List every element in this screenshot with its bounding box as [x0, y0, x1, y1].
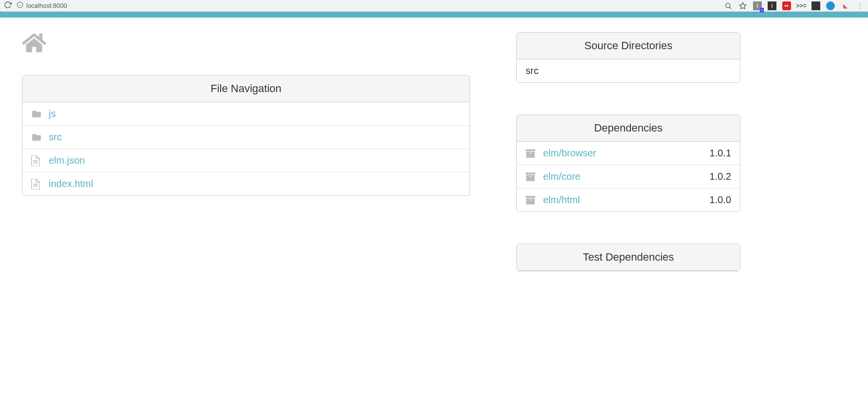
- panel-title: Source Directories: [517, 33, 740, 59]
- dependency-version: 1.0.1: [710, 148, 731, 159]
- file-row[interactable]: elm.json: [22, 149, 470, 172]
- folder-icon: [31, 110, 42, 118]
- dependency-version: 1.0.2: [710, 171, 731, 182]
- svg-point-3: [726, 3, 730, 7]
- test-dependencies-panel: Test Dependencies: [516, 244, 740, 271]
- zoom-icon[interactable]: [724, 1, 733, 10]
- extension-icon[interactable]: ◣: [841, 1, 849, 10]
- extension-icon[interactable]: ▸▸: [782, 1, 791, 10]
- star-icon[interactable]: [738, 1, 747, 10]
- file-icon: [31, 155, 42, 166]
- url-text[interactable]: localhost:8000: [26, 2, 67, 9]
- panel-title: File Navigation: [22, 76, 470, 102]
- dependency-link[interactable]: elm/browser: [543, 148, 596, 159]
- file-link[interactable]: index.html: [49, 178, 93, 190]
- svg-line-4: [730, 7, 731, 8]
- file-row[interactable]: js: [22, 102, 470, 126]
- home-icon[interactable]: [22, 32, 46, 56]
- panel-title: Test Dependencies: [517, 244, 740, 271]
- file-row[interactable]: src: [22, 126, 470, 149]
- dependency-row: elm/html1.0.0: [517, 189, 740, 211]
- source-directories-panel: Source Directories src: [516, 32, 740, 83]
- browser-toolbar-icons: I0 i ▸▸ >>= ◣ ⋮: [724, 1, 864, 10]
- reload-icon[interactable]: [4, 1, 12, 11]
- file-navigation-panel: File Navigation jssrcelm.jsonindex.html: [22, 75, 470, 196]
- package-icon: [526, 149, 536, 158]
- menu-icon[interactable]: ⋮: [855, 1, 864, 10]
- file-link[interactable]: elm.json: [49, 155, 85, 166]
- dependency-version: 1.0.0: [710, 194, 731, 206]
- extension-icon[interactable]: [826, 1, 835, 10]
- extension-icon[interactable]: I0: [753, 1, 762, 10]
- folder-icon: [31, 133, 42, 142]
- dependency-link[interactable]: elm/core: [543, 171, 581, 182]
- browser-address-bar: localhost:8000 I0 i ▸▸ >>= ◣ ⋮: [0, 0, 868, 12]
- dependency-row: elm/browser1.0.1: [517, 142, 740, 165]
- dependencies-panel: Dependencies elm/browser1.0.1elm/core1.0…: [516, 114, 740, 212]
- file-icon: [31, 179, 42, 190]
- package-icon: [526, 172, 536, 182]
- package-icon: [526, 195, 536, 205]
- extension-icon[interactable]: [811, 1, 820, 10]
- dependency-row: elm/core1.0.2: [517, 165, 740, 189]
- info-icon[interactable]: [17, 1, 23, 10]
- dependency-link[interactable]: elm/html: [543, 194, 580, 206]
- extension-icon[interactable]: >>=: [797, 1, 806, 10]
- file-link[interactable]: src: [49, 132, 62, 143]
- file-row[interactable]: index.html: [22, 172, 470, 195]
- panel-title: Dependencies: [517, 115, 740, 142]
- extension-icon[interactable]: i: [768, 1, 776, 10]
- svg-marker-5: [739, 2, 746, 9]
- file-link[interactable]: js: [49, 108, 56, 119]
- source-dir-row: src: [517, 59, 740, 82]
- accent-bar: [0, 12, 868, 18]
